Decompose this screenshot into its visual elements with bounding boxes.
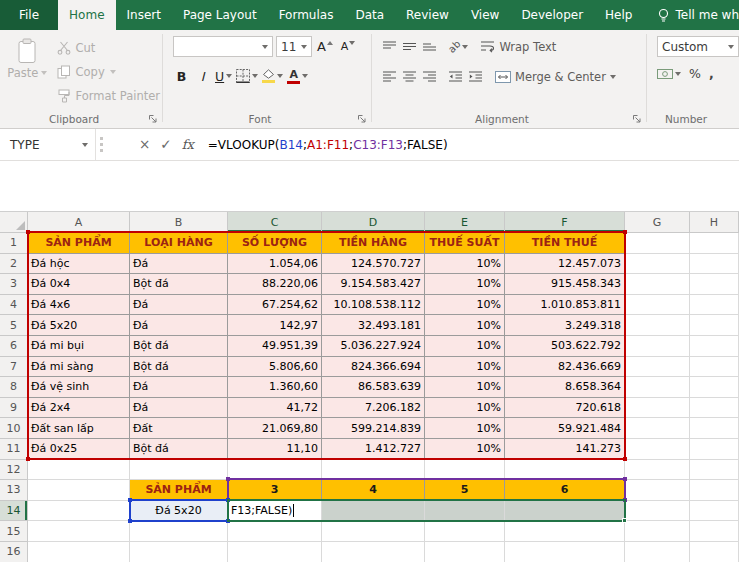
cell-H5[interactable]	[690, 315, 739, 336]
number-format-select[interactable]: Custom	[657, 36, 739, 57]
increase-font-size-button[interactable]: A	[315, 37, 335, 57]
cell-D2[interactable]: 124.570.727	[322, 254, 425, 275]
align-center-icon[interactable]	[402, 70, 417, 83]
cell-D13[interactable]: 4	[322, 480, 425, 501]
cell-G16[interactable]	[625, 542, 690, 562]
cancel-button[interactable]: ×	[139, 138, 150, 152]
cell-B2[interactable]: Đá	[130, 254, 228, 275]
cell-H8[interactable]	[690, 377, 739, 398]
cell-E14[interactable]	[425, 501, 505, 522]
column-header-B[interactable]: B	[130, 212, 228, 233]
column-header-F[interactable]: F	[505, 212, 625, 233]
cell-G3[interactable]	[625, 274, 690, 295]
cell-E1[interactable]: THUẾ SUẤT	[425, 233, 505, 254]
cell-F5[interactable]: 3.249.318	[505, 315, 625, 336]
cell-F4[interactable]: 1.010.853.811	[505, 295, 625, 316]
row-header-16[interactable]: 16	[0, 542, 28, 562]
cell-E3[interactable]: 10%	[425, 274, 505, 295]
select-all-button[interactable]	[0, 212, 28, 233]
bold-button[interactable]: B	[173, 66, 190, 86]
cell-A9[interactable]: Đá 2x4	[28, 398, 130, 419]
cell-C11[interactable]: 11,10	[228, 439, 322, 460]
cell-A12[interactable]	[28, 460, 130, 481]
align-top-icon[interactable]	[382, 40, 397, 53]
tab-file[interactable]: File	[0, 0, 58, 30]
cell-B7[interactable]: Bột đá	[130, 357, 228, 378]
row-header-1[interactable]: 1	[0, 233, 28, 254]
row-header-5[interactable]: 5	[0, 315, 28, 336]
tab-insert[interactable]: Insert	[116, 0, 172, 30]
tab-home[interactable]: Home	[58, 0, 115, 30]
cell-D8[interactable]: 86.583.639	[322, 377, 425, 398]
cell-G9[interactable]	[625, 398, 690, 419]
font-name-select[interactable]	[173, 36, 273, 57]
cell-B8[interactable]: Đá	[130, 377, 228, 398]
cell-H16[interactable]	[690, 542, 739, 562]
font-color-button[interactable]: A	[287, 66, 308, 86]
cell-H9[interactable]	[690, 398, 739, 419]
column-header-E[interactable]: E	[425, 212, 505, 233]
cell-F7[interactable]: 82.436.669	[505, 357, 625, 378]
align-bottom-icon[interactable]	[422, 40, 437, 53]
row-header-11[interactable]: 11	[0, 439, 28, 460]
cell-C16[interactable]	[228, 542, 322, 562]
cell-G5[interactable]	[625, 315, 690, 336]
row-header-12[interactable]: 12	[0, 460, 28, 481]
cell-A15[interactable]	[28, 521, 130, 542]
cell-G15[interactable]	[625, 521, 690, 542]
tab-formulas[interactable]: Formulas	[268, 0, 345, 30]
format-painter-button[interactable]: Format Painter	[57, 85, 160, 106]
column-header-C[interactable]: C	[228, 212, 322, 233]
fill-color-button[interactable]	[262, 66, 283, 86]
font-size-select[interactable]: 11	[276, 36, 312, 57]
tab-data[interactable]: Data	[344, 0, 395, 30]
name-box[interactable]: TYPE	[0, 129, 96, 160]
cell-H3[interactable]	[690, 274, 739, 295]
cell-C15[interactable]	[228, 521, 322, 542]
cell-H6[interactable]	[690, 336, 739, 357]
cell-C13[interactable]: 3	[228, 480, 322, 501]
cell-A5[interactable]: Đá 5x20	[28, 315, 130, 336]
cell-B6[interactable]: Bột đá	[130, 336, 228, 357]
cell-H10[interactable]	[690, 418, 739, 439]
cell-E2[interactable]: 10%	[425, 254, 505, 275]
cell-A6[interactable]: Đá mi bụi	[28, 336, 130, 357]
cell-A2[interactable]: Đá hộc	[28, 254, 130, 275]
cell-F3[interactable]: 915.458.343	[505, 274, 625, 295]
cell-A11[interactable]: Đá 0x25	[28, 439, 130, 460]
cell-G14[interactable]	[625, 501, 690, 522]
cell-B3[interactable]: Bột đá	[130, 274, 228, 295]
cell-A4[interactable]: Đá 4x6	[28, 295, 130, 316]
tab-help[interactable]: Help	[594, 0, 643, 30]
cell-F10[interactable]: 59.921.484	[505, 418, 625, 439]
cell-B10[interactable]: Đất	[130, 418, 228, 439]
cell-D1[interactable]: TIỀN HÀNG	[322, 233, 425, 254]
cell-H15[interactable]	[690, 521, 739, 542]
insert-function-button[interactable]: fx	[182, 138, 194, 151]
cell-G1[interactable]	[625, 233, 690, 254]
cell-C12[interactable]	[228, 460, 322, 481]
column-header-H[interactable]: H	[690, 212, 739, 233]
cell-C5[interactable]: 142,97	[228, 315, 322, 336]
formula-input[interactable]: =VLOOKUP(B14;A1:F11;C13:F13;FALSE)	[202, 129, 739, 160]
tab-page-layout[interactable]: Page Layout	[172, 0, 268, 30]
cell-D15[interactable]	[322, 521, 425, 542]
cell-C9[interactable]: 41,72	[228, 398, 322, 419]
clipboard-dialog-launcher[interactable]	[147, 113, 159, 125]
cell-G11[interactable]	[625, 439, 690, 460]
cell-B14[interactable]: Đá 5x20	[130, 501, 228, 522]
cut-button[interactable]: Cut	[57, 37, 160, 58]
tab-developer[interactable]: Developer	[510, 0, 594, 30]
comma-style-button[interactable]: ,	[709, 66, 714, 81]
cell-D16[interactable]	[322, 542, 425, 562]
percent-style-button[interactable]: %	[689, 66, 701, 81]
align-right-icon[interactable]	[422, 70, 437, 83]
cell-G10[interactable]	[625, 418, 690, 439]
row-header-6[interactable]: 6	[0, 336, 28, 357]
cell-A8[interactable]: Đá vệ sinh	[28, 377, 130, 398]
tell-me-box[interactable]: Tell me wh	[649, 0, 739, 30]
cell-A7[interactable]: Đá mi sàng	[28, 357, 130, 378]
cell-G6[interactable]	[625, 336, 690, 357]
column-header-A[interactable]: A	[28, 212, 130, 233]
cell-E15[interactable]	[425, 521, 505, 542]
